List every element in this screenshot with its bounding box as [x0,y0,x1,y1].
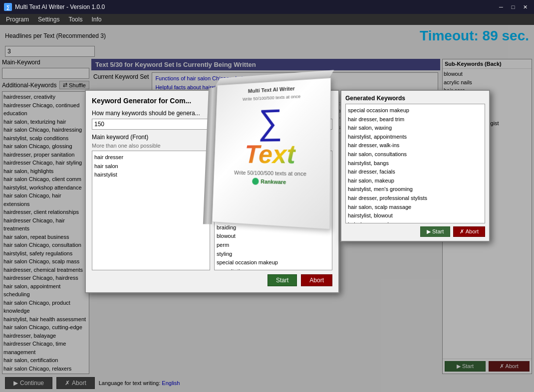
minimize-button[interactable]: ─ [496,3,506,11]
title-bar-controls[interactable]: ─ □ ✕ [496,3,530,11]
modal-sub-kw-item: bangs [217,162,330,171]
how-many-label: How many keywords should be genera... [92,110,332,117]
modal-overlay: Keyword Generator for Com... How many ke… [0,25,534,392]
menu-info[interactable]: Info [87,15,105,24]
generated-kw-item: hair dresser, updo [348,220,483,223]
gen-start-btn[interactable]: ▶ Start [420,226,450,237]
generated-buttons: ▶ Start ✗ Abort [345,226,485,237]
generated-kw-item: hairstylist, appointments [348,133,483,142]
modal-sub-kw-item: walk-ins [217,197,330,206]
menu-bar: Program Settings Tools Info [0,14,534,25]
modal-sub-kw-item: special occasion makeup [217,258,330,267]
generated-keywords-panel: Generated Keywords special occasion make… [340,90,490,242]
generated-kw-item: hair dresser, professional stylists [348,194,483,203]
modal-sub-kw-item: styling [217,250,330,259]
modal-sub-kw-item: perm [217,241,330,250]
generated-list-label: Generated Keywords [345,95,485,102]
modal-right-col: Sub-Keywords (Back) As many as you like … [214,134,332,270]
modal-sub-kw-item: blowout [217,232,330,241]
generated-kw-item: hair salon, consultations [348,150,483,159]
subkeyword-list[interactable]: colorbangsgel nailsnail artbalayagewalk-… [214,151,332,270]
how-many-input[interactable] [92,119,332,130]
generated-kw-item: hairstylist, blowout [348,211,483,220]
title-bar: ∑ Multi Text AI Writer - Version 1.0.0 ─… [0,0,534,14]
modal-sub-kw-item: braiding [217,223,330,232]
main-kw-front-label: Main keyword (Front) [92,134,210,141]
generated-kw-item: hair salon, scalp massage [348,203,483,212]
modal-sub-kw-item: bridal hair [217,214,330,223]
menu-settings[interactable]: Settings [34,15,63,24]
modal-sub-kw-item: color [217,153,330,162]
main-keyword-list[interactable]: hair dresserhair salonhairstylist [92,151,210,270]
modal-title: Keyword Generator for Com... [92,97,332,105]
subkeywords-sublabel: As many as you like [214,143,332,149]
app-icon: ∑ [4,3,12,11]
subkeywords-label: Sub-Keywords (Back) [214,134,332,141]
modal-start-button[interactable]: Start [267,274,297,286]
menu-tools[interactable]: Tools [64,15,86,24]
modal-main-kw-item: hair dresser [94,153,208,162]
modal-sub-kw-item: balayage [217,188,330,197]
modal-sub-kw-item: gel nails [217,171,330,180]
main-kw-sublabel: More than one also possible [92,143,210,149]
window-title: Multi Text AI Writer - Version 1.0.0 [15,3,105,10]
generated-kw-item: hair dresser, walk-ins [348,141,483,150]
modal-sub-kw-item: nail art [217,180,330,189]
close-button[interactable]: ✕ [520,3,530,11]
modal-main-kw-item: hair salon [94,162,208,171]
generated-kw-item: hairstylist, bangs [348,159,483,168]
generated-kw-item: hair salon, makeup [348,177,483,186]
maximize-button[interactable]: □ [508,3,518,11]
gen-abort-btn[interactable]: ✗ Abort [453,226,485,237]
generated-keyword-list[interactable]: special occasion makeuphair dresser, bea… [345,104,485,223]
generated-kw-item: hair dresser, beard trim [348,115,483,124]
generated-kw-item: hairstylist, men's grooming [348,185,483,194]
keyword-generator-modal: Keyword Generator for Com... How many ke… [85,90,339,293]
title-bar-left: ∑ Multi Text AI Writer - Version 1.0.0 [4,3,105,11]
modal-buttons: Start Abort [92,274,332,286]
modal-left-col: Main keyword (Front) More than one also … [92,134,210,270]
generated-kw-item: hair dresser, facials [348,168,483,177]
menu-program[interactable]: Program [2,15,33,24]
modal-sub-kw-item: bridal makeup [217,206,330,215]
generated-kw-item: hair salon, waxing [348,124,483,133]
modal-sub-kw-item: consultations [217,267,330,270]
generated-kw-item: special occasion makeup [348,106,483,115]
modal-two-col: Main keyword (Front) More than one also … [92,134,332,270]
modal-abort-button[interactable]: Abort [301,274,332,286]
modal-main-kw-item: hairstylist [94,171,208,180]
